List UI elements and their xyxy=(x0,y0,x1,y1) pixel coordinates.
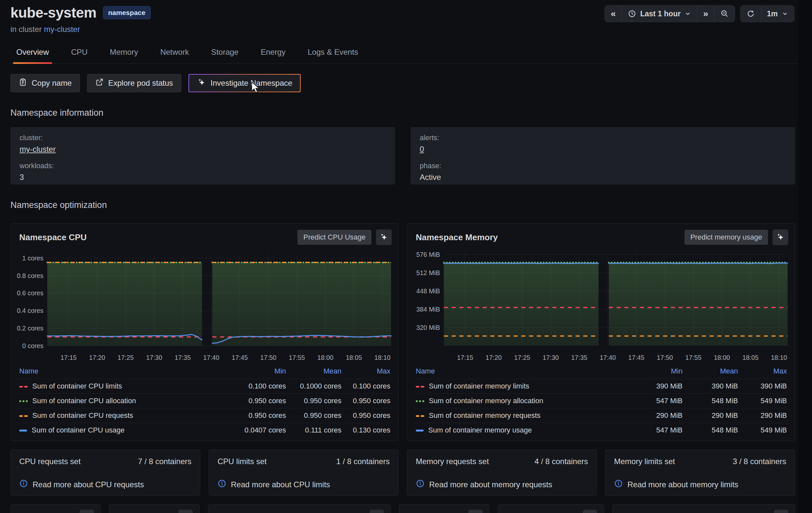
series-name[interactable]: Sum of container memory limits xyxy=(413,379,629,394)
series-name[interactable]: Sum of container memory requests xyxy=(413,409,629,423)
series-name[interactable]: Sum of container CPU limits xyxy=(17,379,233,394)
series-max: 549 MiB xyxy=(740,394,789,409)
card-count: 4 / 8 containers xyxy=(534,457,588,466)
legend-col-mean[interactable]: Mean xyxy=(685,364,740,379)
series-swatch-dashed xyxy=(19,415,28,417)
page-title: kube-system xyxy=(10,5,96,21)
series-swatch-dotted xyxy=(416,400,424,402)
zoom-out-button[interactable] xyxy=(714,5,735,22)
series-name[interactable]: Sum of container memory usage xyxy=(413,423,629,438)
info-value-link[interactable]: 0 xyxy=(420,145,786,154)
predict-button[interactable]: Predict CPU Usage xyxy=(297,230,371,245)
legend-col-mean[interactable]: Mean xyxy=(288,364,343,379)
action-buttons: Copy nameExplore pod statusInvestigate N… xyxy=(10,74,798,92)
tab-logs-events[interactable]: Logs & Events xyxy=(303,44,363,63)
series-mean: 548 MiB xyxy=(685,423,740,438)
namespace-badge: namespace xyxy=(103,6,151,19)
tab-network[interactable]: Network xyxy=(155,44,193,63)
svg-text:17:15: 17:15 xyxy=(457,354,473,361)
panel-title: Namespace Memory xyxy=(416,232,498,242)
legend-row: Sum of container CPU limits 0.100 cores … xyxy=(17,379,392,394)
refresh-interval-label: 1m xyxy=(767,9,778,18)
time-range-label: Last 1 hour xyxy=(640,9,680,18)
ai-sparkle-button[interactable] xyxy=(774,510,788,513)
tab-cpu[interactable]: CPU xyxy=(66,44,92,63)
read-more-link[interactable]: Read more about CPU limits xyxy=(218,479,390,490)
ai-sparkle-button[interactable] xyxy=(468,510,483,513)
series-name[interactable]: Sum of container CPU requests xyxy=(17,409,233,423)
time-range-picker[interactable]: Last 1 hour xyxy=(621,5,697,22)
copy-name-button[interactable]: Copy name xyxy=(10,74,80,92)
stat-card-4: Memor... Undersized xyxy=(498,504,604,513)
sparkle-icon xyxy=(181,512,190,513)
svg-text:17:50: 17:50 xyxy=(260,354,277,361)
svg-text:0 cores: 0 cores xyxy=(22,342,44,350)
legend-row: Sum of container memory requests 290 MiB… xyxy=(413,409,789,423)
investigate-namespace-button[interactable]: Investigate Namespace xyxy=(188,74,301,92)
card-count: 3 / 8 containers xyxy=(733,457,786,466)
svg-text:0.2 cores: 0.2 cores xyxy=(17,325,44,332)
tab-storage[interactable]: Storage xyxy=(206,44,243,63)
clock-icon xyxy=(628,9,636,18)
series-min: 0.950 cores xyxy=(233,394,288,409)
ai-sparkle-button[interactable] xyxy=(773,230,788,245)
legend-col-name[interactable]: Name xyxy=(413,364,629,379)
card-memory-requests-set: Memory requests set 4 / 8 containers Rea… xyxy=(407,449,597,496)
svg-text:18:10: 18:10 xyxy=(771,354,787,361)
series-name[interactable]: Sum of container memory allocation xyxy=(413,394,629,409)
series-min: 547 MiB xyxy=(629,423,685,438)
predict-button[interactable]: Predict memory usage xyxy=(685,230,768,245)
sparkle-icon xyxy=(82,512,91,513)
card-title: Memory requests set xyxy=(416,457,489,466)
series-swatch-solid xyxy=(416,429,424,431)
tab-overview[interactable]: Overview xyxy=(12,44,54,63)
ai-sparkle-button[interactable] xyxy=(178,510,193,513)
svg-text:448 MiB: 448 MiB xyxy=(416,288,440,295)
series-mean: 0.1000 cores xyxy=(288,379,343,394)
svg-text:512 MiB: 512 MiB xyxy=(416,269,440,276)
scrollbar-track[interactable] xyxy=(798,0,812,513)
tab-memory[interactable]: Memory xyxy=(105,44,143,63)
series-name[interactable]: Sum of container CPU allocation xyxy=(17,394,233,409)
series-mean: 0.111 cores xyxy=(288,423,343,438)
legend-col-min[interactable]: Min xyxy=(629,364,685,379)
series-swatch-dashed xyxy=(416,386,424,388)
ai-sparkle-button[interactable] xyxy=(80,510,94,513)
ai-sparkle-button[interactable] xyxy=(370,510,384,513)
refresh-button[interactable] xyxy=(741,5,761,22)
refresh-interval-picker[interactable]: 1m xyxy=(761,5,794,22)
card-title: CPU requests set xyxy=(19,457,81,466)
panel-header: Namespace Memory Predict memory usage xyxy=(413,228,789,246)
info-value: Active xyxy=(420,173,786,182)
legend-col-max[interactable]: Max xyxy=(343,364,392,379)
series-max: 0.130 cores xyxy=(343,423,392,438)
stat-card-2: Total cost (compute) $0.0323 xyxy=(208,504,391,513)
info-value-link[interactable]: my-cluster xyxy=(20,145,386,154)
series-name[interactable]: Sum of container CPU usage xyxy=(17,423,233,438)
read-more-link[interactable]: Read more about memory requests xyxy=(416,479,588,490)
series-max: 549 MiB xyxy=(740,423,789,438)
read-more-link[interactable]: Read more about CPU requests xyxy=(19,479,192,490)
svg-text:17:55: 17:55 xyxy=(289,354,305,361)
svg-text:17:40: 17:40 xyxy=(203,354,220,361)
time-shift-back-button[interactable]: « xyxy=(605,5,622,22)
cluster-link[interactable]: my-cluster xyxy=(44,25,80,34)
explore-pod-status-button[interactable]: Explore pod status xyxy=(87,74,181,92)
info-label: workloads: xyxy=(20,162,386,170)
legend-col-name[interactable]: Name xyxy=(17,364,233,379)
tab-energy[interactable]: Energy xyxy=(256,44,290,63)
svg-text:17:55: 17:55 xyxy=(685,354,701,361)
ai-sparkle-button[interactable] xyxy=(583,510,597,513)
svg-text:17:20: 17:20 xyxy=(486,354,502,361)
legend-col-min[interactable]: Min xyxy=(233,364,288,379)
read-more-link[interactable]: Read more about memory limits xyxy=(614,479,786,490)
info-field: workloads: 3 xyxy=(20,162,386,182)
svg-text:1 cores: 1 cores xyxy=(22,254,44,262)
info-label: phase: xyxy=(420,162,786,170)
timeseries-plot[interactable]: 320 MiB384 MiB448 MiB512 MiB576 MiB17:15… xyxy=(413,248,789,362)
time-shift-forward-button[interactable]: » xyxy=(697,5,714,22)
timeseries-plot[interactable]: 0 cores0.2 cores0.4 cores0.6 cores0.8 co… xyxy=(17,248,392,362)
legend-col-max[interactable]: Max xyxy=(740,364,789,379)
sparkle-icon xyxy=(471,512,480,513)
ai-sparkle-button[interactable] xyxy=(376,230,392,245)
